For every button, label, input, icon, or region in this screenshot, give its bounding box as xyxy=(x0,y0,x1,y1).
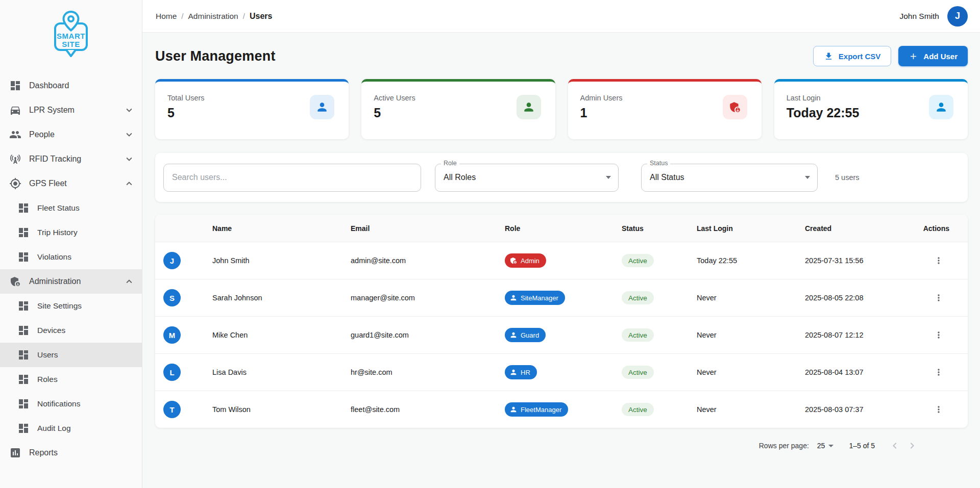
chevron-right-icon xyxy=(906,440,918,452)
stat-label: Last Login xyxy=(787,94,860,102)
sidebar-item-fleet-status[interactable]: Fleet Status xyxy=(0,196,142,220)
stat-value: 5 xyxy=(374,106,415,120)
sidebar-item-notifications[interactable]: Notifications xyxy=(0,392,142,416)
export-csv-button[interactable]: Export CSV xyxy=(813,46,892,66)
role-badge-label: Guard xyxy=(521,331,539,339)
search-input[interactable] xyxy=(163,164,421,192)
sidebar-item-label: RFID Tracking xyxy=(29,155,81,164)
stat-label: Active Users xyxy=(374,94,415,102)
more-vert-icon xyxy=(934,404,944,415)
col-actions: Actions xyxy=(908,224,968,233)
row-actions-menu-button[interactable] xyxy=(930,289,947,306)
title-actions: Export CSV Add User xyxy=(813,46,968,66)
sidebar-item-audit-log[interactable]: Audit Log xyxy=(0,416,142,441)
grid-icon xyxy=(17,251,30,263)
sidebar-item-roles[interactable]: Roles xyxy=(0,367,142,392)
breadcrumb-separator: / xyxy=(181,12,183,20)
add-user-button[interactable]: Add User xyxy=(898,46,968,66)
row-actions-menu-button[interactable] xyxy=(930,252,947,269)
grid-icon xyxy=(17,373,30,386)
grid-icon xyxy=(17,324,30,337)
admin-shield-icon xyxy=(9,275,21,288)
sidebar-item-gps-fleet[interactable]: GPS Fleet xyxy=(0,171,142,196)
bar-chart-icon xyxy=(9,447,21,459)
sidebar-item-reports[interactable]: Reports xyxy=(0,441,142,465)
grid-icon xyxy=(17,422,30,434)
previous-page-button[interactable] xyxy=(886,437,903,454)
gps-crosshair-icon xyxy=(9,177,21,190)
logo-text-line1: SMART xyxy=(57,32,85,40)
sidebar-item-site-settings[interactable]: Site Settings xyxy=(0,294,142,318)
role-select-label: Role xyxy=(441,160,459,167)
avatar: S xyxy=(163,289,181,306)
sidebar-item-rfid-tracking[interactable]: RFID Tracking xyxy=(0,147,142,171)
breadcrumb-home[interactable]: Home xyxy=(156,12,177,21)
col-created: Created xyxy=(805,224,908,233)
sidebar-item-administration[interactable]: Administration xyxy=(0,269,142,294)
chevron-up-icon xyxy=(124,178,135,189)
row-actions-menu-button[interactable] xyxy=(930,401,947,418)
sidebar-item-devices[interactable]: Devices xyxy=(0,318,142,343)
topbar-user-area: John Smith J xyxy=(899,6,968,27)
role-badge: SiteManager xyxy=(505,291,565,305)
smart-site-logo-icon: SMART SITE xyxy=(48,10,93,62)
grid-icon xyxy=(17,202,30,214)
role-badge: Admin xyxy=(505,253,546,268)
more-vert-icon xyxy=(934,367,944,377)
cell-created: 2025-08-05 22:08 xyxy=(805,294,908,302)
page-title: User Management xyxy=(155,48,276,64)
avatar[interactable]: J xyxy=(947,6,968,27)
sidebar-item-label: Devices xyxy=(37,326,65,335)
sidebar-item-dashboard[interactable]: Dashboard xyxy=(0,73,142,98)
cell-created: 2025-08-04 13:07 xyxy=(805,368,908,376)
sidebar-item-label: Audit Log xyxy=(37,424,71,433)
role-select[interactable]: Role All Roles xyxy=(435,164,619,192)
cell-name: Lisa Davis xyxy=(212,368,351,376)
row-actions-menu-button[interactable] xyxy=(930,326,947,344)
logo-text-line2: SITE xyxy=(62,40,80,48)
car-icon xyxy=(9,104,21,116)
avatar: L xyxy=(163,364,181,381)
status-select[interactable]: Status All Status xyxy=(641,164,818,192)
sidebar-item-label: Site Settings xyxy=(37,301,82,311)
person-icon xyxy=(509,368,518,376)
row-actions-menu-button[interactable] xyxy=(930,364,947,381)
cell-created: 2025-08-03 07:37 xyxy=(805,405,908,414)
person-icon xyxy=(509,294,518,302)
role-badge-label: Admin xyxy=(521,257,540,265)
status-badge: Active xyxy=(622,291,654,304)
stat-value: 1 xyxy=(580,106,623,120)
breadcrumb-administration[interactable]: Administration xyxy=(188,12,238,21)
cell-name: Tom Wilson xyxy=(212,405,351,414)
sidebar-item-users[interactable]: Users xyxy=(0,343,142,367)
sidebar-item-trip-history[interactable]: Trip History xyxy=(0,220,142,245)
cell-last-login: Never xyxy=(697,405,805,414)
table-row: S Sarah Johnson manager@site.com SiteMan… xyxy=(155,279,968,316)
sidebar-item-people[interactable]: People xyxy=(0,122,142,147)
rows-per-page-value: 25 xyxy=(817,442,825,450)
sidebar-item-violations[interactable]: Violations xyxy=(0,245,142,269)
stat-card-admin-users: Admin Users 1 xyxy=(568,79,762,139)
cell-last-login: Never xyxy=(697,294,805,302)
cell-last-login: Today 22:55 xyxy=(697,256,805,265)
user-name: John Smith xyxy=(899,12,939,21)
sidebar-item-label: Fleet Status xyxy=(37,203,80,213)
users-table: Name Email Role Status Last Login Create… xyxy=(155,215,968,428)
table-row: M Mike Chen guard1@site.com Guard Active… xyxy=(155,316,968,353)
person-icon xyxy=(509,405,518,414)
stat-value: Today 22:55 xyxy=(787,106,860,120)
stats-row: Total Users 5 Active Users 5 Admin Users… xyxy=(155,79,968,139)
sidebar-nav: Dashboard LPR System People RFID Trackin… xyxy=(0,71,142,465)
rows-per-page-select[interactable]: 25 xyxy=(817,442,834,450)
col-name: Name xyxy=(212,224,351,233)
app-logo: SMART SITE xyxy=(0,0,142,71)
sidebar-item-lpr-system[interactable]: LPR System xyxy=(0,98,142,122)
dashboard-icon xyxy=(9,80,21,92)
role-select-value: All Roles xyxy=(444,173,476,182)
grid-icon xyxy=(17,349,30,361)
next-page-button[interactable] xyxy=(903,437,921,454)
chevron-down-icon xyxy=(124,105,135,116)
status-badge: Active xyxy=(622,328,654,342)
topbar: Home / Administration / Users John Smith… xyxy=(142,0,980,33)
sidebar-item-label: Roles xyxy=(37,375,58,384)
